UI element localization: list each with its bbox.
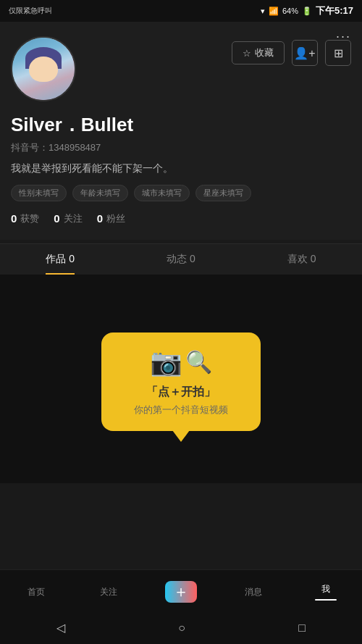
profile-info: Silver．Bullet 抖音号：1348958487 我就是举报到死看能不能… — [0, 112, 362, 240]
status-left-text: 仅限紧急呼叫 — [9, 6, 52, 16]
tabs-container: 作品 0 动态 0 喜欢 0 — [0, 243, 362, 275]
promo-tail — [172, 430, 190, 442]
nav-follow-label: 关注 — [100, 586, 117, 598]
stats-container: 0 获赞 0 关注 0 粉丝 — [11, 212, 351, 229]
action-buttons-row: ☆ 收藏 👤+ ⊞ — [232, 40, 351, 66]
douyin-id-value: 1348958487 — [49, 142, 101, 153]
profile-actions: ☆ 收藏 👤+ ⊞ — [232, 40, 351, 66]
collect-label: 收藏 — [255, 46, 274, 59]
promo-icon-area: 📷 🔍 — [123, 347, 239, 377]
promo-title: 「点＋开拍」 — [123, 385, 239, 400]
douyin-id: 抖音号：1348958487 — [11, 141, 351, 154]
likes-stat[interactable]: 0 获赞 — [11, 212, 39, 225]
back-button[interactable]: ◁ — [56, 621, 65, 635]
tab-works[interactable]: 作品 0 — [0, 244, 121, 275]
following-count: 0 — [54, 212, 59, 225]
system-nav: ◁ ○ □ — [0, 611, 362, 644]
fans-stat[interactable]: 0 粉丝 — [97, 212, 125, 225]
content-separator — [0, 275, 362, 280]
nav-home-label: 首页 — [28, 586, 45, 598]
nav-home[interactable]: 首页 — [0, 586, 72, 598]
home-button[interactable]: ○ — [178, 622, 185, 635]
tag-gender: 性别未填写 — [11, 185, 67, 201]
nav-plus-icon[interactable]: ＋ — [165, 581, 197, 603]
tab-likes[interactable]: 喜欢 0 — [241, 244, 362, 275]
bottom-nav: 首页 关注 ＋ 消息 我 — [0, 569, 362, 611]
nav-me-label: 我 — [321, 583, 330, 595]
plus-symbol: ＋ — [173, 581, 189, 603]
nav-follow[interactable]: 关注 — [72, 586, 145, 598]
fans-label: 粉丝 — [106, 212, 125, 225]
tag-zodiac: 星座未填写 — [195, 185, 251, 201]
status-time: 下午5:17 — [316, 4, 353, 17]
avatar-face — [29, 57, 58, 82]
add-friend-button[interactable]: 👤+ — [292, 40, 318, 66]
nav-me[interactable]: 我 — [290, 583, 362, 601]
qrcode-icon: ⊞ — [334, 46, 343, 60]
nav-plus-button[interactable]: ＋ — [145, 581, 217, 603]
add-friend-icon: 👤+ — [294, 46, 315, 60]
wifi-icon: ▾ — [261, 7, 265, 16]
nav-messages-label: 消息 — [245, 586, 262, 598]
more-options-button[interactable]: ··· — [336, 29, 351, 44]
promo-photo-icon: 📷 — [150, 347, 182, 377]
tag-age: 年龄未填写 — [72, 185, 128, 201]
promo-search-icon: 🔍 — [185, 349, 212, 375]
douyin-id-label: 抖音号： — [11, 142, 49, 153]
tags-container: 性别未填写 年龄未填写 城市未填写 星座未填写 — [11, 185, 351, 201]
header-area: ··· ☆ 收藏 👤+ ⊞ — [0, 22, 362, 112]
status-right: ▾ 📶 64% 🔋 下午5:17 — [261, 4, 353, 17]
avatar-image — [12, 38, 75, 100]
profile-top: ☆ 收藏 👤+ ⊞ — [11, 29, 351, 112]
status-bar: 仅限紧急呼叫 ▾ 📶 64% 🔋 下午5:17 — [0, 0, 362, 22]
collect-button[interactable]: ☆ 收藏 — [232, 41, 285, 64]
nav-me-indicator — [315, 599, 337, 601]
likes-label: 获赞 — [20, 212, 39, 225]
promo-subtitle: 你的第一个抖音短视频 — [123, 403, 239, 417]
tag-city: 城市未填写 — [134, 185, 190, 201]
recent-button[interactable]: □ — [298, 622, 306, 635]
signal-icon: 📶 — [269, 7, 279, 16]
bio: 我就是举报到死看能不能下架一个。 — [11, 162, 351, 176]
tab-activity[interactable]: 动态 0 — [121, 244, 242, 275]
battery-text: 64% — [282, 7, 298, 15]
content-area: 📷 🔍 「点＋开拍」 你的第一个抖音短视频 — [0, 280, 362, 483]
following-label: 关注 — [64, 212, 83, 225]
battery-icon: 🔋 — [302, 7, 312, 16]
following-stat[interactable]: 0 关注 — [54, 212, 82, 225]
nav-messages[interactable]: 消息 — [217, 586, 290, 598]
likes-count: 0 — [11, 212, 17, 225]
star-icon: ☆ — [243, 48, 251, 59]
promo-card[interactable]: 📷 🔍 「点＋开拍」 你的第一个抖音短视频 — [101, 333, 261, 431]
fans-count: 0 — [97, 212, 103, 225]
username: Silver．Bullet — [11, 112, 351, 138]
avatar[interactable] — [11, 36, 76, 101]
